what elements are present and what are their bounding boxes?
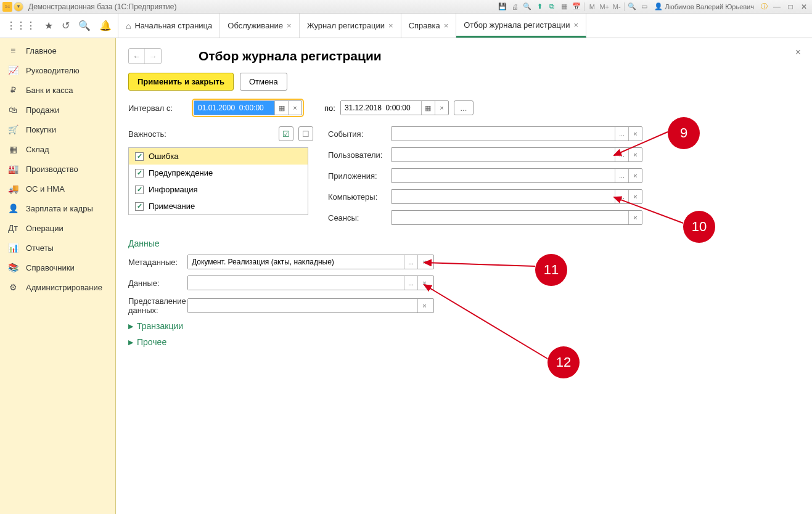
date-from-input[interactable]: ▦ × bbox=[194, 100, 302, 115]
apply-close-button[interactable]: Применить и закрыть bbox=[128, 73, 234, 91]
section-other[interactable]: ▶Прочее bbox=[128, 337, 800, 347]
clear-icon[interactable]: × bbox=[628, 127, 642, 141]
sidebar-item[interactable]: ▦Склад bbox=[0, 139, 115, 159]
calc-icon[interactable]: ▦ bbox=[559, 2, 569, 12]
close-icon[interactable]: × bbox=[444, 21, 449, 30]
sidebar-item[interactable]: ₽Банк и касса bbox=[0, 80, 115, 100]
events-field[interactable] bbox=[392, 127, 615, 141]
date-to-input[interactable]: ▦ × bbox=[340, 100, 449, 115]
ellipsis-icon[interactable]: ... bbox=[404, 276, 417, 290]
events-input[interactable]: ...× bbox=[391, 126, 642, 141]
close-button[interactable]: ✕ bbox=[798, 2, 810, 12]
ellipsis-icon[interactable]: ... bbox=[615, 169, 628, 182]
checkbox-icon[interactable]: ✓ bbox=[135, 202, 144, 211]
zoom-icon[interactable]: 🔍 bbox=[627, 2, 637, 12]
sidebar-item[interactable]: 👤Зарплата и кадры bbox=[0, 198, 115, 218]
metadata-field[interactable] bbox=[188, 255, 404, 269]
compare-icon[interactable]: ⧉ bbox=[547, 2, 557, 12]
clear-icon[interactable]: × bbox=[417, 276, 431, 290]
importance-item[interactable]: ✓Ошибка bbox=[129, 148, 308, 165]
users-field[interactable] bbox=[392, 148, 615, 161]
calendar-icon[interactable]: 📅 bbox=[572, 2, 581, 12]
apps-field[interactable] bbox=[392, 169, 615, 182]
tab-log[interactable]: Журнал регистрации× bbox=[300, 14, 401, 38]
clear-icon[interactable]: × bbox=[628, 190, 642, 203]
ellipsis-icon[interactable]: ... bbox=[615, 148, 628, 161]
sidebar-item[interactable]: 🛍Продажи bbox=[0, 100, 115, 120]
user-label[interactable]: 👤Любимов Валерий Юрьевич bbox=[654, 2, 754, 10]
clear-icon[interactable]: × bbox=[417, 255, 431, 269]
save-icon[interactable]: 💾 bbox=[498, 2, 507, 12]
m-icon[interactable]: M bbox=[587, 2, 597, 12]
repr-input[interactable]: × bbox=[187, 298, 434, 313]
tab-service[interactable]: Обслуживание× bbox=[220, 14, 299, 38]
m-plus-icon[interactable]: M+ bbox=[599, 2, 609, 12]
checkbox-icon[interactable]: ✓ bbox=[135, 186, 144, 194]
clear-icon[interactable]: × bbox=[435, 101, 448, 115]
clear-icon[interactable]: × bbox=[628, 211, 642, 224]
minimize-button[interactable]: — bbox=[771, 2, 782, 12]
importance-item[interactable]: ✓Информация bbox=[129, 181, 308, 198]
sessions-input[interactable]: × bbox=[391, 210, 642, 225]
sessions-field[interactable] bbox=[392, 211, 628, 224]
clear-icon[interactable]: × bbox=[288, 101, 301, 115]
uncheck-all-button[interactable]: ☐ bbox=[298, 126, 313, 141]
section-transactions[interactable]: ▶Транзакции bbox=[128, 321, 800, 331]
print-icon[interactable]: 🖨 bbox=[510, 2, 520, 12]
sidebar-item[interactable]: ДтОперации bbox=[0, 218, 115, 238]
search-icon[interactable]: 🔍 bbox=[78, 20, 91, 31]
sidebar-item[interactable]: 📚Справочники bbox=[0, 258, 115, 277]
maximize-button[interactable]: □ bbox=[785, 2, 796, 12]
dropdown-icon[interactable]: ▼ bbox=[14, 2, 23, 12]
m-minus-icon[interactable]: M- bbox=[612, 2, 621, 12]
checkbox-icon[interactable]: ✓ bbox=[135, 152, 144, 161]
back-button[interactable]: ← bbox=[129, 49, 145, 63]
sidebar-item[interactable]: 🚚ОС и НМА bbox=[0, 179, 115, 198]
sidebar-item[interactable]: 🏭Производство bbox=[0, 159, 115, 179]
close-icon[interactable]: × bbox=[573, 20, 578, 30]
tab-home[interactable]: ⌂Начальная страница bbox=[118, 14, 220, 38]
calendar-icon[interactable]: ▦ bbox=[274, 101, 288, 115]
users-input[interactable]: ...× bbox=[391, 147, 642, 162]
tab-help[interactable]: Справка× bbox=[401, 14, 457, 38]
ellipsis-icon[interactable]: ... bbox=[615, 190, 628, 203]
clear-icon[interactable]: × bbox=[628, 148, 642, 161]
importance-item[interactable]: ✓Предупреждение bbox=[129, 165, 308, 181]
repr-field[interactable] bbox=[188, 299, 417, 312]
info-icon[interactable]: ⓘ bbox=[759, 2, 769, 12]
date-from-field[interactable] bbox=[194, 101, 274, 115]
importance-item[interactable]: ✓Примечание bbox=[129, 198, 308, 214]
calendar-icon[interactable]: ▦ bbox=[421, 101, 435, 115]
clear-icon[interactable]: × bbox=[417, 299, 431, 312]
star-icon[interactable]: ★ bbox=[44, 20, 53, 31]
clear-icon[interactable]: × bbox=[628, 169, 642, 182]
sidebar-item[interactable]: 📈Руководителю bbox=[0, 60, 115, 80]
sidebar-item[interactable]: 📊Отчеты bbox=[0, 238, 115, 258]
ellipsis-icon[interactable]: ... bbox=[404, 255, 417, 269]
sidebar-item[interactable]: ≡Главное bbox=[0, 41, 115, 60]
sidebar-item[interactable]: 🛒Покупки bbox=[0, 120, 115, 139]
cancel-button[interactable]: Отмена bbox=[240, 73, 287, 91]
export-icon[interactable]: ⬆ bbox=[535, 2, 544, 12]
check-all-button[interactable]: ☑ bbox=[279, 126, 293, 141]
computers-field[interactable] bbox=[392, 190, 615, 203]
tab-filter[interactable]: Отбор журнала регистрации× bbox=[456, 14, 586, 38]
data-field[interactable] bbox=[188, 276, 404, 290]
forward-button[interactable]: → bbox=[145, 49, 161, 63]
apps-input[interactable]: ...× bbox=[391, 168, 642, 183]
ellipsis-icon[interactable]: ... bbox=[615, 127, 628, 141]
computers-input[interactable]: ...× bbox=[391, 189, 642, 204]
data-input[interactable]: ...× bbox=[187, 275, 434, 290]
close-page-button[interactable]: × bbox=[795, 47, 801, 58]
sidebar-item[interactable]: ⚙Администрирование bbox=[0, 277, 115, 297]
preview-icon[interactable]: 🔍 bbox=[522, 2, 532, 12]
metadata-input[interactable]: ...× bbox=[187, 255, 434, 269]
checkbox-icon[interactable]: ✓ bbox=[135, 169, 144, 177]
bell-icon[interactable]: 🔔 bbox=[99, 20, 112, 31]
history-icon[interactable]: ↺ bbox=[62, 20, 70, 31]
panel-icon[interactable]: ▭ bbox=[639, 2, 649, 12]
close-icon[interactable]: × bbox=[287, 21, 292, 30]
date-to-field[interactable] bbox=[341, 101, 421, 115]
close-icon[interactable]: × bbox=[388, 21, 393, 30]
interval-picker-button[interactable]: ... bbox=[454, 100, 474, 115]
